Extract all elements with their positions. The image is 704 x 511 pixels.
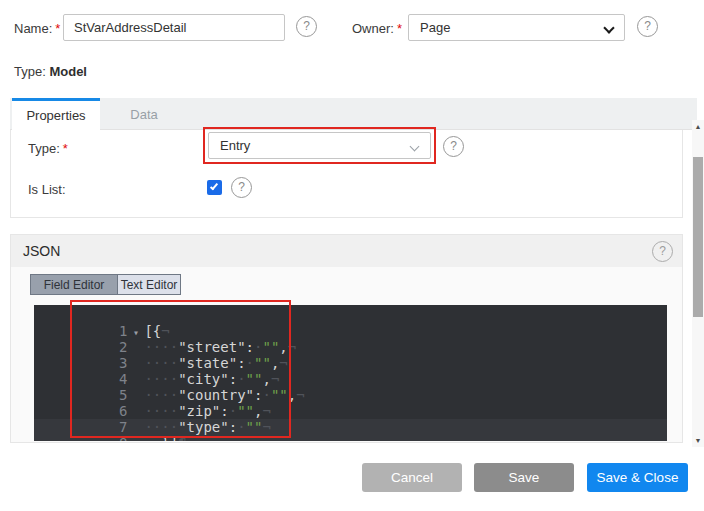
required-asterisk: * — [55, 21, 60, 36]
cancel-button[interactable]: Cancel — [362, 463, 462, 492]
line-number: 7 — [101, 419, 127, 435]
chevron-down-icon — [410, 142, 420, 152]
save-button[interactable]: Save — [474, 463, 574, 492]
vertical-scrollbar[interactable]: ▲ ▼ — [692, 120, 704, 447]
variable-type-value: Model — [49, 64, 87, 79]
owner-select-value: Page — [420, 20, 450, 35]
name-label: Name:* — [14, 21, 60, 36]
owner-label: Owner:* — [352, 21, 402, 36]
json-panel: JSON ? Field Editor Text Editor 1▾[{¬ 2·… — [10, 234, 683, 443]
checkmark-icon — [210, 182, 218, 191]
line-number: 8 — [101, 435, 127, 441]
tab-properties[interactable]: Properties — [12, 98, 100, 130]
is-list-label: Is List: — [28, 182, 66, 197]
owner-select[interactable]: Page — [408, 14, 625, 41]
line-number: 1 — [101, 323, 127, 339]
line-number: 3 — [101, 355, 127, 371]
eol-marker: ¶ — [178, 435, 186, 441]
eol-marker: ¬ — [296, 387, 304, 403]
scrollbar-thumb[interactable] — [693, 157, 703, 317]
variable-type-line: Type: Model — [14, 64, 87, 79]
type-select-value: Entry — [220, 138, 250, 153]
tab-bar: Properties Data — [10, 98, 697, 130]
eol-marker: ¬ — [288, 339, 296, 355]
type-help-icon[interactable]: ? — [443, 136, 464, 157]
eol-marker: ¬ — [279, 355, 287, 371]
required-asterisk: * — [397, 21, 402, 36]
line-number: 2 — [101, 339, 127, 355]
is-list-help-icon[interactable]: ? — [231, 177, 252, 198]
required-asterisk: * — [63, 141, 68, 156]
save-and-close-button[interactable]: Save & Close — [587, 463, 688, 492]
editor-mode-toggle: Field Editor Text Editor — [30, 274, 181, 295]
name-help-icon[interactable]: ? — [296, 16, 317, 37]
line-number: 5 — [101, 387, 127, 403]
owner-help-icon[interactable]: ? — [637, 16, 658, 37]
text-editor-tab[interactable]: Text Editor — [117, 275, 180, 294]
eol-marker: ¬ — [262, 403, 270, 419]
tab-data[interactable]: Data — [100, 98, 188, 130]
eol-marker: ¬ — [161, 323, 169, 339]
line-number: 6 — [101, 403, 127, 419]
scroll-down-icon[interactable]: ▼ — [692, 434, 704, 447]
eol-marker: ¬ — [271, 371, 279, 387]
json-help-icon[interactable]: ? — [652, 241, 673, 262]
type-select[interactable]: Entry — [208, 132, 431, 159]
json-panel-title: JSON — [23, 243, 60, 259]
scroll-up-icon[interactable]: ▲ — [692, 120, 704, 133]
variable-properties-dialog: Name:* ? Owner:* Page ? Type: Model Prop… — [0, 0, 704, 511]
is-list-checkbox[interactable] — [207, 180, 222, 195]
eol-marker: ¬ — [262, 419, 270, 435]
type-field-label: Type:* — [28, 141, 68, 156]
name-input[interactable] — [63, 14, 285, 41]
field-editor-tab[interactable]: Field Editor — [31, 275, 117, 294]
line-number: 4 — [101, 371, 127, 387]
json-code-editor[interactable]: 1▾[{¬ 2····"street":·"",¬ 3····"state":·… — [34, 305, 667, 441]
code-line: 1▾[{¬ — [34, 307, 667, 323]
json-panel-header: JSON — [11, 235, 682, 267]
chevron-down-icon — [603, 22, 614, 33]
